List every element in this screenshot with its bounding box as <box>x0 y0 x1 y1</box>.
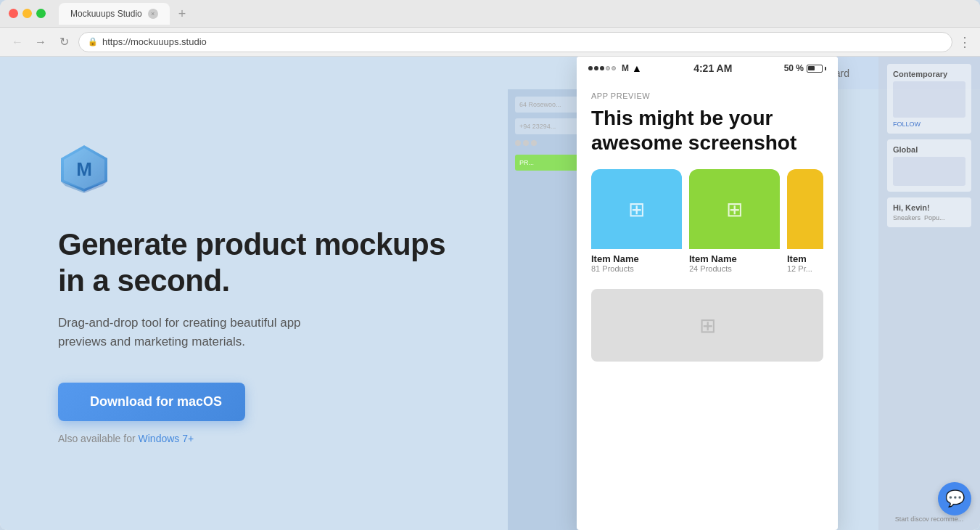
back-button[interactable]: ← <box>9 33 26 51</box>
list-item: ⊞ Item Name 81 Products <box>591 169 682 277</box>
signal-dot-1 <box>588 66 593 70</box>
battery-fill <box>808 66 815 70</box>
bg-cta-text: Start discov recomme... <box>887 515 971 523</box>
bg-item-label: Contemporary <box>893 70 965 78</box>
battery-percentage: 50 % <box>784 63 804 73</box>
url-text: https://mockuuups.studio <box>102 36 943 47</box>
item-image-blue: ⊞ <box>591 169 682 249</box>
signal-dot-2 <box>594 66 598 70</box>
battery-tip <box>825 67 826 70</box>
signal-dots <box>588 66 616 70</box>
browser-menu-button[interactable]: ⋮ <box>958 34 971 50</box>
status-time: 4:21 AM <box>693 62 732 74</box>
item-card-info: Item Name 81 Products <box>591 249 682 277</box>
item-image-yellow <box>787 169 823 249</box>
browser-tab[interactable]: Mockuuups Studio × <box>59 3 170 25</box>
phone-mockup: M ▲ 4:21 AM 50 % <box>577 57 838 530</box>
hero-subtitle: Drag-and-drop tool for creating beautifu… <box>58 314 305 351</box>
svg-text:M: M <box>76 158 92 180</box>
tab-close-icon[interactable]: × <box>148 9 158 19</box>
maximize-button[interactable] <box>36 9 46 18</box>
bottom-placeholder-icon: ⊞ <box>699 314 716 338</box>
bottom-section: ⊞ <box>591 289 823 362</box>
bg-item-contemporary: Contemporary FOLLOW <box>887 64 971 134</box>
download-label: Download for macOS <box>90 394 222 409</box>
logo-container: M <box>58 142 450 197</box>
signal-dot-4 <box>606 66 610 70</box>
new-tab-button[interactable]: + <box>178 7 186 20</box>
hero-section: M Generate product mockups in a second. … <box>0 57 508 530</box>
phone-content: APP PREVIEW This might be your awesome s… <box>577 80 838 530</box>
image-placeholder-icon-2: ⊞ <box>726 197 743 221</box>
app-preview-title: This might be your awesome screenshot <box>591 106 823 155</box>
item-name-3: Item <box>787 253 823 264</box>
hero-title: Generate product mockups in a second. <box>58 227 450 300</box>
item-count-2: 24 Products <box>689 264 780 273</box>
bg-item-label-3: Hi, Kevin! <box>893 203 965 212</box>
list-item: Item 12 Pr... <box>787 169 823 277</box>
windows-link[interactable]: Windows 7+ <box>139 433 194 444</box>
browser-toolbar: ← → ↻ 🔒 https://mockuuups.studio ⋮ <box>0 28 980 57</box>
lock-icon: 🔒 <box>88 37 98 46</box>
status-right: 50 % <box>784 63 826 73</box>
bg-right-content: Contemporary FOLLOW Global Hi, Kevin! Sn… <box>878 57 980 530</box>
item-card-info-3: Item 12 Pr... <box>787 249 823 277</box>
items-grid: ⊞ Item Name 81 Products ⊞ <box>591 169 823 277</box>
item-count-3: 12 Pr... <box>787 264 823 273</box>
address-bar[interactable]: 🔒 https://mockuuups.studio <box>78 32 952 52</box>
minimize-button[interactable] <box>22 9 32 18</box>
traffic-lights <box>9 9 46 18</box>
carrier-name: M <box>622 63 629 73</box>
close-button[interactable] <box>9 9 18 18</box>
battery-icon <box>807 65 826 73</box>
wifi-icon: ▲ <box>632 62 642 74</box>
status-left: M ▲ <box>588 62 642 74</box>
forward-button[interactable]: → <box>32 33 49 51</box>
tab-title: Mockuuups Studio <box>70 9 142 19</box>
refresh-button[interactable]: ↻ <box>55 33 73 51</box>
browser-titlebar: Mockuuups Studio × + <box>0 0 980 28</box>
item-count: 81 Products <box>591 264 682 273</box>
app-preview-label: APP PREVIEW <box>591 91 823 100</box>
app-logo: M <box>58 142 110 195</box>
preview-section: Leaderboard 64 Rosewoo... +94 23294... P… <box>508 57 980 530</box>
item-name: Item Name <box>591 253 682 264</box>
image-placeholder-icon: ⊞ <box>628 197 645 221</box>
download-macos-button[interactable]: Download for macOS <box>58 383 245 421</box>
bg-item-global: Global <box>887 139 971 192</box>
bg-item-label-2: Global <box>893 145 965 154</box>
item-name-2: Item Name <box>689 253 780 264</box>
page-content: M Generate product mockups in a second. … <box>0 57 980 530</box>
phone-status-bar: M ▲ 4:21 AM 50 % <box>577 57 838 80</box>
bg-right-panel: Contemporary FOLLOW Global Hi, Kevin! Sn… <box>878 57 980 530</box>
also-available-text: Also available for Windows 7+ <box>58 433 450 444</box>
list-item: ⊞ Item Name 24 Products <box>689 169 780 277</box>
signal-dot-3 <box>600 66 604 70</box>
bg-item-hi-kevin: Hi, Kevin! Sneakers Popu... <box>887 197 971 227</box>
chat-bubble[interactable]: 💬 <box>938 482 971 515</box>
item-image-green: ⊞ <box>689 169 780 249</box>
battery-outline <box>807 65 823 73</box>
item-card-info-2: Item Name 24 Products <box>689 249 780 277</box>
signal-dot-5 <box>612 66 616 70</box>
chat-icon: 💬 <box>945 489 965 508</box>
browser-window: Mockuuups Studio × + ← → ↻ 🔒 https://moc… <box>0 0 980 530</box>
